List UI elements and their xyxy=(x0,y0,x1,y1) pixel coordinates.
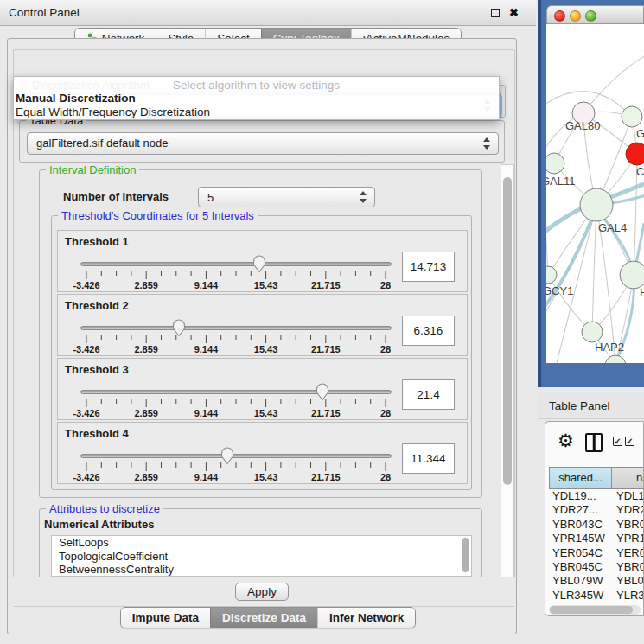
network-node-c[interactable] xyxy=(626,143,644,165)
threshold-box: Threshold 3-3.4262.8599.14415.4321.71528… xyxy=(57,358,468,420)
table-toolbar: ⚙ ✓ ✓ xyxy=(545,422,644,463)
tick-label: 21.715 xyxy=(307,344,345,354)
cell-shared-name: YPR145W xyxy=(549,532,613,545)
node-label: GA xyxy=(636,127,644,140)
slider-track[interactable] xyxy=(80,390,392,394)
threshold-value-field[interactable]: 21.4 xyxy=(402,379,455,410)
dropdown-option-manual[interactable]: Manual Discretization xyxy=(16,92,136,105)
tab-impute-data[interactable]: Impute Data xyxy=(121,608,210,628)
cell-name: YPR1 xyxy=(613,532,644,545)
network-node-hap2[interactable] xyxy=(582,322,603,342)
slider-knob[interactable] xyxy=(171,318,187,337)
threshold-box: Threshold 1-3.4262.8599.14415.4321.71528… xyxy=(57,230,468,292)
network-node-gal4[interactable] xyxy=(580,188,613,221)
cell-name: YDR2 xyxy=(613,503,644,517)
network-node[interactable] xyxy=(605,355,626,363)
slider-knob[interactable] xyxy=(315,382,330,401)
table-row[interactable]: YLR345WYLR3 xyxy=(549,589,644,603)
attribute-item[interactable]: SelfLoops xyxy=(52,536,471,550)
network-node-gcy1[interactable] xyxy=(546,266,557,284)
node-label: H xyxy=(640,286,644,299)
gear-icon[interactable]: ⚙ xyxy=(558,430,574,451)
table-row[interactable]: YPR145WYPR1 xyxy=(549,532,644,545)
attribute-item[interactable]: BetweennessCentrality xyxy=(52,563,471,577)
table-row[interactable]: YBR045CYBR0 xyxy=(549,560,644,574)
network-node-ga[interactable] xyxy=(622,106,642,127)
table-row[interactable]: YBL079WYBL0 xyxy=(549,574,644,588)
zoom-window-icon[interactable] xyxy=(585,10,596,22)
column-header-shared[interactable]: shared... xyxy=(549,467,612,489)
cell-shared-name: YDR27... xyxy=(549,503,613,517)
tick-label: -3.426 xyxy=(67,472,105,482)
network-canvas[interactable]: GAL80GACGAL11GAL4GCY1HHAP2 xyxy=(546,24,644,363)
table-row[interactable]: YER054CYER0 xyxy=(549,546,644,560)
cell-name: YER0 xyxy=(613,546,644,560)
threshold-value-field[interactable]: 6.316 xyxy=(402,316,455,346)
table-row[interactable]: YDL19...YDL1 xyxy=(549,489,644,503)
tick-label: 9.144 xyxy=(187,344,225,354)
tick-label: 9.144 xyxy=(187,408,225,418)
slider-track[interactable] xyxy=(80,454,392,458)
attribute-item[interactable]: TopologicalCoefficient xyxy=(52,550,471,564)
slider-knob[interactable] xyxy=(252,254,267,273)
threshold-value-field[interactable]: 14.713 xyxy=(402,252,455,282)
control-panel-header: Control Panel ✖ xyxy=(0,0,536,26)
tick-label: -3.426 xyxy=(67,344,105,354)
tick-label: 28 xyxy=(367,280,405,290)
number-of-intervals-label: Number of Intervals xyxy=(63,190,169,203)
tick-label: 28 xyxy=(367,472,405,482)
table-row[interactable]: YBR043CYBR0 xyxy=(549,518,644,532)
slider-track[interactable] xyxy=(80,326,392,330)
minimize-window-icon[interactable] xyxy=(570,10,581,22)
cell-shared-name: YER054C xyxy=(549,546,613,560)
cell-shared-name: YBR043C xyxy=(549,518,613,532)
float-panel-icon[interactable] xyxy=(491,9,500,17)
table-row[interactable]: YIL052CYIL0 xyxy=(549,603,644,603)
table-panel-header: Table Panel xyxy=(538,393,644,419)
threshold-box: Threshold 2-3.4262.8599.14415.4321.71528… xyxy=(57,294,468,356)
checkbox-icon[interactable]: ✓ xyxy=(625,437,634,446)
numerical-attributes-list[interactable]: SelfLoopsTopologicalCoefficientBetweenne… xyxy=(51,535,472,577)
apply-button[interactable]: Apply xyxy=(235,583,289,601)
threshold-value-field[interactable]: 11.344 xyxy=(402,443,455,474)
panel-title: Control Panel xyxy=(9,0,80,25)
cell-name: YBL0 xyxy=(613,574,644,588)
horizontal-scrollbar[interactable] xyxy=(549,605,641,615)
network-window: GAL80GACGAL11GAL4GCY1HHAP2 xyxy=(538,0,644,387)
node-label: GAL4 xyxy=(598,221,627,234)
list-scrollbar[interactable] xyxy=(462,538,469,572)
close-window-icon[interactable] xyxy=(554,10,565,22)
table-row[interactable]: YDR27...YDR2 xyxy=(549,503,644,517)
column-header-name[interactable]: na xyxy=(612,467,644,489)
close-icon[interactable]: ✖ xyxy=(509,6,519,19)
tick-label: 28 xyxy=(367,344,405,354)
network-node-h[interactable] xyxy=(620,261,644,289)
dropdown-option-equal-width[interactable]: Equal Width/Frequency Discretization xyxy=(16,105,210,118)
tab-infer-network[interactable]: Infer Network xyxy=(317,608,415,628)
threshold-label: Threshold 4 xyxy=(65,427,129,440)
checkbox-icon[interactable]: ✓ xyxy=(613,437,622,446)
number-of-intervals-combobox[interactable]: 5 xyxy=(198,187,375,207)
split-columns-icon[interactable] xyxy=(585,433,603,452)
scrollbar-thumb[interactable] xyxy=(550,606,633,614)
table-data-group: Table Data galFiltered.sif default node xyxy=(19,120,505,163)
tick-label: 9.144 xyxy=(187,472,225,482)
tick-label: -3.426 xyxy=(67,280,105,290)
table-header-row: shared... na xyxy=(549,467,644,489)
group-title: Attributes to discretize xyxy=(46,502,163,515)
cell-shared-name: YBL079W xyxy=(549,574,613,588)
tick-label: 15.43 xyxy=(247,408,285,418)
numerical-attributes-label: Numerical Attributes xyxy=(44,518,154,531)
table-data-combobox[interactable]: galFiltered.sif default node xyxy=(27,132,499,155)
slider-track[interactable] xyxy=(80,262,392,266)
scrollbar-thumb[interactable] xyxy=(503,177,512,485)
bottom-tabbar: Impute Data Discretize Data Infer Networ… xyxy=(0,607,536,628)
threshold-box: Threshold 4-3.4262.8599.14415.4321.71528… xyxy=(57,422,468,484)
table-rows[interactable]: YDL19...YDL1YDR27...YDR2YBR043CYBR0YPR14… xyxy=(549,489,644,603)
tick-label: 2.859 xyxy=(127,344,165,354)
tab-discretize-data[interactable]: Discretize Data xyxy=(210,608,317,628)
main-scrollbar[interactable] xyxy=(501,164,514,601)
threshold-label: Threshold 1 xyxy=(65,235,129,248)
network-node-gal11[interactable] xyxy=(546,153,564,174)
slider-knob[interactable] xyxy=(220,446,235,465)
